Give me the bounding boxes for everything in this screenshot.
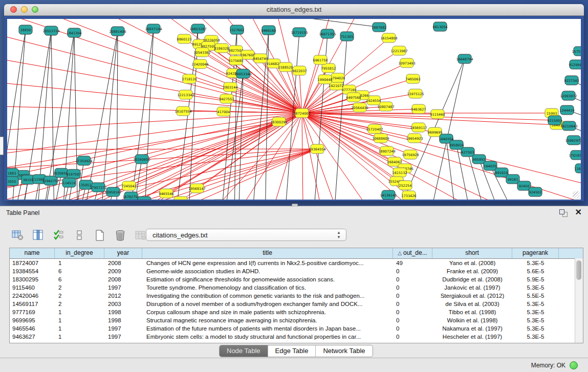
graph-node[interactable]: 1244419 [560,105,575,115]
table-row[interactable]: 946554611997Estimation of the future num… [10,324,583,333]
table-cell[interactable]: 1998 [104,316,142,324]
graph-node[interactable]: 7245042 [122,181,137,190]
table-settings-icon[interactable] [11,229,25,242]
table-scrollbar[interactable] [575,258,583,343]
network-window-titlebar[interactable]: citations_edges.txt [4,4,584,16]
graph-node[interactable]: 20160650 [133,155,150,164]
graph-node[interactable]: 1733426 [402,191,417,200]
citation-edge-red[interactable] [302,113,581,200]
graph-node[interactable]: 751305 [340,32,354,41]
graph-node[interactable]: 19654923 [406,134,423,143]
table-cell[interactable]: Investigating the contribution of common… [142,292,393,300]
minimize-window-button[interactable] [21,6,28,13]
column-header-short[interactable]: short [432,248,512,258]
table-cell[interactable]: Jankovic et al. (1997) [432,283,512,292]
table-cell[interactable]: 0 [393,333,432,341]
graph-node[interactable]: 17016504 [569,150,581,160]
citation-edge-red[interactable] [302,113,367,200]
citation-edge-red[interactable] [38,122,279,200]
table-cell[interactable]: 1 [55,259,104,267]
graph-node[interactable]: 1615132 [393,168,407,177]
table-cell[interactable]: 9115460 [10,283,55,292]
table-cell[interactable]: 1 [55,316,104,324]
table-cell[interactable]: 22420046 [10,292,55,300]
table-row[interactable]: 1872400712008Changes of HCN gene express… [10,259,583,267]
table-cell[interactable]: 5.3E-5 [512,308,559,316]
graph-node[interactable]: 22420046 [191,59,208,69]
graph-node[interactable]: 9215953 [548,116,562,125]
graph-node[interactable]: 1883 [7,168,18,178]
close-window-button[interactable] [10,6,17,13]
window-resize-grip[interactable] [573,191,580,199]
graph-node[interactable]: 10543362 [193,48,210,57]
table-cell[interactable]: 2012 [104,292,142,300]
select-mode-icon[interactable] [52,229,66,242]
table-cell[interactable]: 1998 [104,308,142,316]
table-cell[interactable]: Changes of HCN gene expression and I(f) … [142,259,393,267]
citation-edge-red[interactable] [302,113,303,200]
table-cell[interactable]: 0 [393,275,432,283]
column-header-pagerank[interactable]: pagerank [512,248,559,258]
graph-node[interactable]: 18724007 [293,108,310,118]
graph-node[interactable]: 9197587 [67,169,81,179]
graph-node[interactable]: 15720407 [366,124,383,134]
graph-node[interactable]: 8454749 [253,54,268,63]
table-cell[interactable]: 1 [55,324,104,333]
column-chooser-icon[interactable] [32,229,45,242]
table-cell[interactable]: 2009 [104,267,142,275]
table-cell[interactable]: 5.6E-5 [512,267,559,275]
table-cell[interactable]: 9463627 [10,333,55,341]
column-header-name[interactable]: name [10,248,55,258]
table-cell[interactable]: 5.3E-5 [512,300,559,308]
graph-node[interactable]: 10653287 [189,24,206,33]
graph-node[interactable]: 627503 [461,147,474,157]
graph-node[interactable]: 18830 [19,25,32,34]
table-cell[interactable]: Disruption of a novel member of a sodium… [142,300,393,308]
graph-node[interactable]: 10719155 [291,28,308,37]
table-cell[interactable]: 18300295 [10,275,55,283]
table-row[interactable]: 1938455462009Genome-wide association stu… [10,267,583,275]
table-cell[interactable]: 2 [55,283,104,292]
table-cell[interactable]: Yano et al. (2008) [432,259,512,267]
graph-node[interactable]: 19568147 [188,184,205,193]
table-cell[interactable]: 49 [393,259,432,267]
graph-node[interactable]: 12213987 [390,46,407,55]
graph-node[interactable]: 12093872 [560,91,577,100]
table-cell[interactable]: 0 [393,292,432,300]
column-header-in_degree[interactable]: in_degree [55,248,104,258]
graph-node[interactable]: 8813054 [433,22,448,31]
graph-node[interactable]: 10958167 [104,187,121,196]
table-cell[interactable]: Nakamura et al. (1997) [432,324,512,333]
graph-node[interactable]: 18107554 [175,106,191,116]
zoom-window-button[interactable] [32,6,38,13]
table-cell[interactable]: 2008 [104,259,142,267]
graph-node[interactable]: 1167534 [575,164,581,173]
table-cell[interactable]: 1997 [104,324,142,333]
table-row[interactable]: 977716911998Corpus callosum shape and si… [10,308,583,316]
table-cell[interactable]: 9699695 [10,316,55,324]
graph-node[interactable]: 15992971 [565,136,581,145]
graph-node[interactable]: 10688609 [372,134,389,143]
citation-edge-black[interactable] [129,29,154,200]
table-cell[interactable]: 19384554 [10,267,55,275]
table-cell[interactable]: 9465546 [10,324,55,333]
table-cell[interactable]: 5.3E-5 [512,333,559,341]
delete-table-icon[interactable] [114,229,127,242]
table-cell[interactable]: 2 [55,300,104,308]
graph-node[interactable]: 7955812 [321,63,336,73]
graph-node[interactable]: 3175685 [229,56,244,65]
table-cell[interactable]: 2008 [104,275,142,283]
table-cell[interactable]: 1997 [104,333,142,341]
network-canvas[interactable]: 8860123891295418226058982750981863281054… [7,19,581,200]
graph-node[interactable]: 18300295 [270,117,287,126]
tab-network-table[interactable]: Network Table [316,345,372,357]
graph-node[interactable]: 8457795 [173,196,188,200]
table-cell[interactable]: Estimation of the future numbers of pati… [142,324,393,333]
scrollbar-thumb[interactable] [576,260,581,280]
table-cell[interactable]: Franke et al. (2009) [432,267,512,275]
table-cell[interactable]: Tourette syndrome. Phenomenology and cla… [142,283,393,292]
table-cell[interactable]: Structural magnetic resonance image aver… [142,316,393,324]
row-icon[interactable] [73,229,86,242]
graph-node[interactable]: 1588520 [278,62,293,72]
table-row[interactable]: 969969511998Structural magnetic resonanc… [10,316,583,324]
